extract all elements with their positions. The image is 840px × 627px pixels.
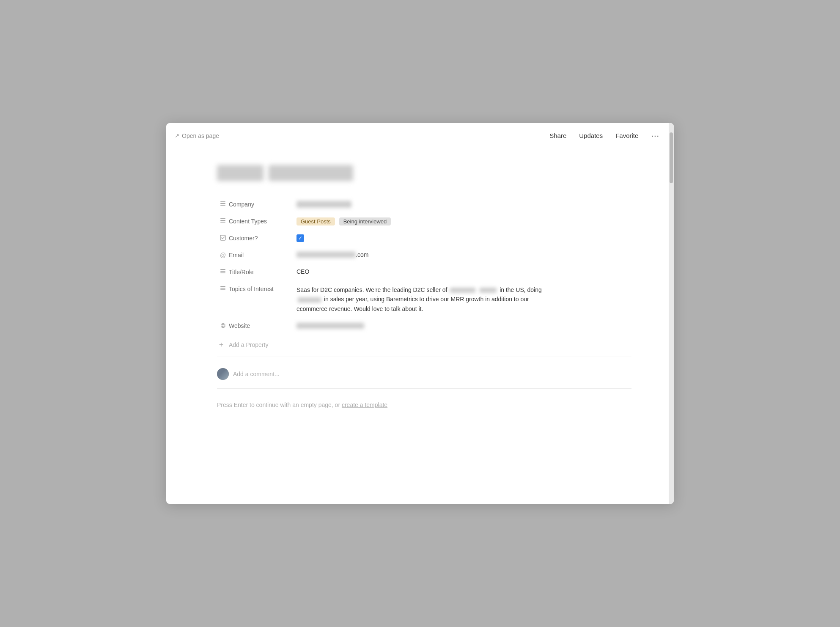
topics-text-part2: in the US, doing xyxy=(500,286,542,293)
comment-row: Add a comment... xyxy=(217,364,631,388)
email-label: Email xyxy=(229,251,296,258)
customer-value: ✓ xyxy=(296,234,631,242)
website-value xyxy=(296,322,631,329)
open-as-page-button[interactable]: ↗ Open as page xyxy=(175,132,219,139)
svg-rect-3 xyxy=(220,218,225,219)
content-types-icon xyxy=(217,218,229,224)
svg-rect-0 xyxy=(220,201,225,202)
company-label: Company xyxy=(229,201,296,208)
topics-text-part1: Saas for D2C companies. We're the leadin… xyxy=(296,286,447,293)
website-label: Website xyxy=(229,322,296,329)
updates-button[interactable]: Updates xyxy=(576,130,605,141)
property-email: @ Email .com xyxy=(217,247,631,264)
hint-text: Press Enter to continue with an empty pa… xyxy=(217,402,340,408)
property-title-role: Title/Role CEO xyxy=(217,264,631,281)
topics-blur-2 xyxy=(480,288,497,293)
empty-page-hint: Press Enter to continue with an empty pa… xyxy=(217,397,631,408)
scrollbar-thumb xyxy=(670,132,673,183)
title-blur-1 xyxy=(217,165,264,181)
svg-rect-2 xyxy=(220,205,225,206)
topics-blur-3 xyxy=(298,297,321,302)
open-as-page-label: Open as page xyxy=(182,132,219,139)
share-button[interactable]: Share xyxy=(547,130,569,141)
comment-divider xyxy=(217,357,631,357)
svg-rect-9 xyxy=(220,272,225,273)
property-topics-of-interest: Topics of Interest Saas for D2C companie… xyxy=(217,281,631,318)
content-types-label: Content Types xyxy=(229,217,296,225)
topics-blur-1 xyxy=(450,288,475,293)
topics-text-part3: in sales per year, using Baremetrics to … xyxy=(296,296,529,312)
email-blur xyxy=(296,252,356,258)
website-blur xyxy=(296,323,364,329)
top-actions: Share Updates Favorite ··· xyxy=(547,129,662,142)
page-title xyxy=(217,165,631,181)
tag-guest-posts[interactable]: Guest Posts xyxy=(296,217,335,226)
company-icon xyxy=(217,201,229,207)
properties-list: Company Content Types Guest Posts Being … xyxy=(217,196,631,335)
top-bar: ↗ Open as page Share Updates Favorite ··… xyxy=(166,123,674,148)
tag-being-interviewed[interactable]: Being interviewed xyxy=(339,217,391,226)
property-website: Website xyxy=(217,318,631,335)
property-content-types: Content Types Guest Posts Being intervie… xyxy=(217,213,631,230)
more-options-button[interactable]: ··· xyxy=(648,129,662,142)
email-suffix: .com xyxy=(356,251,368,258)
topics-label: Topics of Interest xyxy=(229,285,296,292)
favorite-button[interactable]: Favorite xyxy=(613,130,641,141)
email-icon: @ xyxy=(217,252,229,258)
svg-rect-1 xyxy=(220,203,225,204)
svg-rect-11 xyxy=(220,288,225,289)
svg-rect-4 xyxy=(220,220,225,221)
open-as-page-icon: ↗ xyxy=(175,132,179,139)
content-area: Company Content Types Guest Posts Being … xyxy=(166,148,674,425)
customer-checkbox[interactable]: ✓ xyxy=(296,234,304,242)
topics-icon xyxy=(217,286,229,292)
add-property-label: Add a Property xyxy=(229,341,268,348)
customer-icon xyxy=(217,235,229,241)
topics-value: Saas for D2C companies. We're the leadin… xyxy=(296,285,631,314)
title-role-value: CEO xyxy=(296,268,631,275)
property-company: Company xyxy=(217,196,631,213)
add-property-row[interactable]: + Add a Property xyxy=(217,335,631,355)
title-role-icon xyxy=(217,269,229,275)
email-value: .com xyxy=(296,251,631,258)
title-role-label: Title/Role xyxy=(229,268,296,275)
add-property-icon: + xyxy=(217,341,225,349)
svg-rect-5 xyxy=(220,222,225,223)
title-blur-2 xyxy=(269,165,353,181)
svg-rect-10 xyxy=(220,286,225,287)
at-icon: @ xyxy=(220,252,226,258)
avatar-image xyxy=(217,368,229,380)
comment-placeholder[interactable]: Add a comment... xyxy=(233,371,280,377)
scrollbar[interactable] xyxy=(669,123,674,504)
company-value xyxy=(296,201,631,208)
svg-rect-8 xyxy=(220,271,225,272)
website-icon xyxy=(217,322,229,329)
customer-label: Customer? xyxy=(229,234,296,242)
topics-text: Saas for D2C companies. We're the leadin… xyxy=(296,285,550,314)
modal-container: ↗ Open as page Share Updates Favorite ··… xyxy=(166,123,674,504)
svg-rect-12 xyxy=(220,289,225,290)
content-types-value: Guest Posts Being interviewed xyxy=(296,217,631,226)
property-customer: Customer? ✓ xyxy=(217,230,631,247)
bottom-divider xyxy=(217,388,631,389)
company-value-blur xyxy=(296,201,351,208)
svg-rect-7 xyxy=(220,269,225,270)
create-template-link[interactable]: create a template xyxy=(342,402,387,408)
avatar xyxy=(217,368,229,380)
checkmark-icon: ✓ xyxy=(298,235,302,241)
